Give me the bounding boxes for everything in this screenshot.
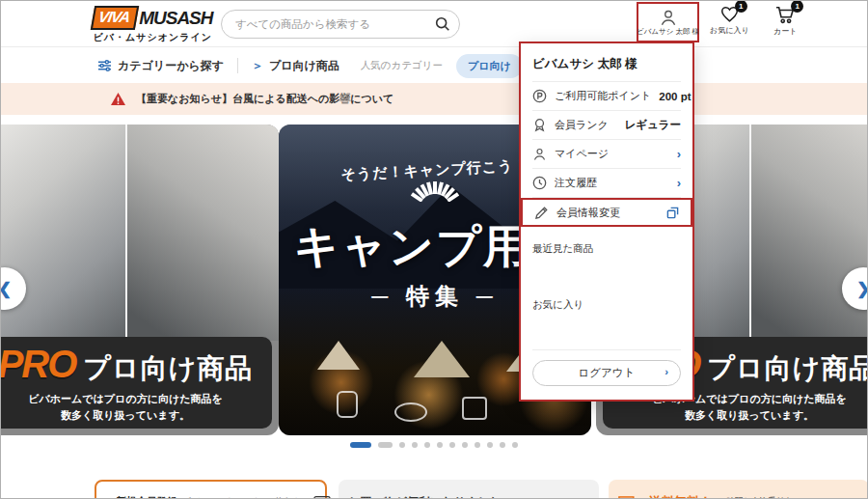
camp-gear-doodle (337, 391, 358, 418)
hero-slide-pro-left[interactable]: PRO プロ向け商品 ビバホームではプロの方に向けた商品を 数多く取り扱っていま… (0, 125, 279, 435)
important-notice-bar: 【重要なお知らせ】台風による配送への影響について (1, 83, 867, 115)
convenient-title: お買い物が便利になりました (348, 494, 558, 499)
my-page-label: マイページ (555, 147, 669, 161)
nav-pro-label: プロ向け商品 (269, 58, 339, 74)
cart-count-badge: 1 (791, 0, 803, 13)
logout-section: ログアウト › (532, 349, 681, 386)
favorites-header-button[interactable]: 1 お気に入り (710, 5, 749, 36)
favorites-heading: お気に入り (532, 298, 681, 312)
points-label: ご利用可能ポイント (555, 89, 651, 103)
notice-link[interactable]: 【重要なお知らせ】台風による配送への影響について (136, 92, 393, 106)
point-icon (532, 89, 547, 103)
logo-viva-text: VIVA (91, 6, 140, 30)
clock-icon (532, 176, 547, 190)
carousel-dot-9[interactable] (487, 442, 493, 448)
chevron-right-icon: › (677, 176, 681, 190)
carousel-dot-7[interactable] (462, 442, 468, 448)
site-logo[interactable]: VIVA MUSASH ビバ・ムサシオンライン (93, 6, 213, 44)
favorites-count-badge: 1 (735, 0, 747, 13)
search-bar (221, 10, 460, 39)
edit-member-info-item[interactable]: 会員情報変更 (521, 198, 692, 227)
carousel-dot-2[interactable] (399, 442, 405, 448)
account-menu-button[interactable]: ビバムサシ 太郎 様 (637, 2, 699, 42)
nav-divider (237, 58, 238, 73)
search-input[interactable] (235, 18, 434, 30)
signup-title: 新規会員登録 (117, 495, 177, 499)
logo-subtitle: ビバ・ムサシオンライン (94, 31, 212, 44)
search-button[interactable] (434, 15, 451, 33)
order-history-label: 注文履歴 (555, 176, 669, 190)
hero-photo-right (749, 125, 868, 341)
logo-wordmark: VIVA MUSASH (93, 6, 213, 30)
carousel-dot-1[interactable] (378, 442, 393, 448)
dropdown-user-name: ビバムサシ 太郎 様 (532, 43, 681, 82)
pro-slide-title: プロ向け商品 (83, 350, 253, 387)
carousel-dot-4[interactable] (424, 442, 430, 448)
carousel-dots (1, 442, 867, 448)
logout-button[interactable]: ログアウト › (532, 360, 681, 386)
favorites-label: お気に入り (710, 25, 749, 36)
pro-logo-text: PRO (0, 343, 75, 386)
truck-icon (618, 494, 643, 499)
logo-musash-text: MUSASH (139, 8, 212, 29)
hero-photo-right (125, 125, 279, 341)
rank-label: 会員ランク (555, 118, 616, 132)
nav-pro-products[interactable]: ＞ プロ向け商品 (252, 58, 339, 74)
viva-musashi-online-page: VIVA MUSASH ビバ・ムサシオンライン (0, 0, 868, 499)
chevron-right-icon: › (677, 147, 681, 161)
carousel-dot-0[interactable] (350, 442, 371, 448)
nav-browse-label: カテゴリーから探す (118, 58, 224, 74)
pro-desc-line2: 数多く取り扱っています。 (28, 407, 222, 424)
site-header: VIVA MUSASH ビバ・ムサシオンライン (1, 1, 867, 47)
rank-value: レギュラー (624, 118, 681, 132)
order-history-item[interactable]: 注文履歴 › (532, 169, 681, 198)
points-row: ご利用可能ポイント 200 pt (532, 82, 681, 111)
camp-gear-doodle (394, 402, 427, 422)
hero-photo-left (0, 125, 125, 341)
cart-label: カート (773, 26, 797, 37)
pencil-icon (534, 206, 549, 220)
pro-desc-line2: 数多く取り扱っています。 (652, 407, 846, 424)
cart-header-button[interactable]: 1 カート (773, 5, 797, 37)
carousel-dot-3[interactable] (412, 442, 418, 448)
nav-browse-categories[interactable]: カテゴリーから探す (97, 58, 224, 74)
external-link-icon (666, 207, 679, 219)
search-icon (434, 15, 451, 33)
carousel-dot-5[interactable] (437, 442, 443, 448)
filter-icon (97, 59, 112, 72)
category-pill-pro[interactable]: プロ向け (456, 54, 523, 78)
carousel-dot-8[interactable] (475, 442, 480, 448)
free-shipping-banner[interactable]: 送料無料！ 24時間お申込受付中 (609, 480, 868, 499)
carousel-dot-6[interactable] (449, 442, 455, 448)
chevron-right-icon: ❯ (856, 279, 868, 299)
points-value: 200 pt (659, 91, 691, 102)
carousel-dot-10[interactable] (500, 442, 505, 448)
camp-gear-doodle (462, 397, 487, 420)
pro-panel: PRO プロ向け商品 ビバホームではプロの方に向けた商品を 数多く取り扱っていま… (0, 337, 272, 429)
chevron-right-icon: ＞ (252, 58, 263, 74)
edit-member-info-label: 会員情報変更 (556, 206, 659, 220)
user-icon (659, 9, 678, 26)
logout-label: ログアウト (579, 367, 636, 378)
shipping-title: 送料無料！ (649, 493, 712, 499)
recently-viewed-heading: 最近見た商品 (532, 242, 681, 256)
pro-slide-title: プロ向け商品 (707, 350, 868, 387)
pro-desc-line1: ビバホームではプロの方に向けた商品を (28, 391, 222, 407)
my-page-item[interactable]: マイページ › (532, 140, 681, 169)
account-dropdown-menu: ビバムサシ 太郎 様 ご利用可能ポイント 200 pt 会員ランク レギュラー (519, 42, 694, 402)
convenient-shopping-banner[interactable]: お買い物が便利になりました (339, 480, 599, 499)
user-icon (532, 147, 547, 161)
member-rank-row: 会員ランク レギュラー (532, 111, 681, 140)
chevron-right-icon: ＞ (106, 495, 117, 499)
chevron-left-icon: ❮ (0, 279, 12, 299)
main-nav: カテゴリーから探す ＞ プロ向け商品 人気のカテゴリー プロ向け 物置 キャリー… (1, 48, 867, 83)
popular-categories-label: 人気のカテゴリー (361, 59, 443, 72)
carousel-dot-11[interactable] (512, 442, 518, 448)
warning-icon (110, 92, 126, 106)
rank-medal-icon (532, 118, 547, 132)
pencil-photo-icon (564, 493, 589, 499)
chevron-right-icon: › (665, 366, 668, 377)
member-card-icon (313, 495, 331, 499)
account-label: ビバムサシ 太郎 様 (637, 27, 699, 37)
signup-banner[interactable]: ＞新規会員登録 ビバホームオンラインで使える！ (95, 480, 327, 499)
